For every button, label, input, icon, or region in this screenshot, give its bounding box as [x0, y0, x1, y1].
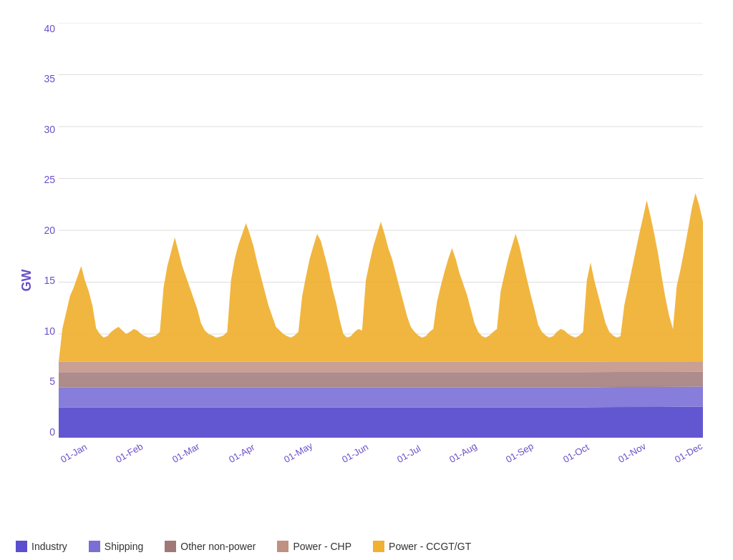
- y-labels: 0 5 10 15 20 25 30 35 40: [26, 23, 55, 438]
- y-label-15: 15: [26, 275, 55, 286]
- legend-label-power-ccgt: Power - CCGT/GT: [389, 541, 471, 552]
- legend: Industry Shipping Other non-power Power …: [16, 534, 717, 552]
- x-label-apr: 01-Apr: [227, 441, 256, 465]
- chart-svg: [59, 23, 703, 438]
- x-label-mar: 01-Mar: [170, 441, 201, 465]
- x-labels: 01-Jan 01-Feb 01-Mar 01-Apr 01-May 01-Ju…: [59, 456, 703, 466]
- legend-industry: Industry: [16, 541, 67, 552]
- legend-other-non-power: Other non-power: [165, 541, 256, 552]
- legend-power-chp: Power - CHP: [277, 541, 351, 552]
- y-label-5: 5: [26, 375, 55, 387]
- legend-label-shipping: Shipping: [105, 541, 144, 552]
- y-label-35: 35: [26, 73, 55, 84]
- x-label-jan: 01-Jan: [59, 441, 89, 465]
- legend-swatch-other-non-power: [165, 541, 176, 552]
- shipping-area: [59, 386, 703, 407]
- x-label-may: 01-May: [282, 440, 314, 465]
- x-label-oct: 01-Oct: [561, 441, 591, 464]
- x-label-aug: 01-Aug: [447, 441, 479, 465]
- legend-label-power-chp: Power - CHP: [293, 541, 351, 552]
- legend-swatch-power-ccgt: [373, 541, 384, 552]
- power-chp-area: [59, 361, 703, 372]
- legend-label-other-non-power: Other non-power: [180, 541, 256, 552]
- power-ccgt-area: [59, 193, 703, 362]
- x-label-feb: 01-Feb: [114, 441, 145, 465]
- legend-label-industry: Industry: [31, 541, 67, 552]
- chart-container: GW 0 5 10 15 20 25 30 35 40: [16, 9, 717, 552]
- y-label-30: 30: [26, 124, 55, 135]
- legend-swatch-shipping: [89, 541, 100, 552]
- legend-power-ccgt: Power - CCGT/GT: [373, 541, 471, 552]
- x-label-nov: 01-Nov: [616, 441, 648, 465]
- x-label-dec: 01-Dec: [673, 441, 704, 465]
- x-label-jun: 01-Jun: [340, 441, 370, 465]
- y-label-10: 10: [26, 325, 55, 337]
- y-label-0: 0: [26, 426, 55, 438]
- y-label-40: 40: [26, 23, 55, 34]
- other-non-power-area: [59, 371, 703, 387]
- y-label-25: 25: [26, 174, 55, 185]
- chart-area: 0 5 10 15 20 25 30 35 40: [59, 23, 703, 438]
- x-label-jul: 01-Jul: [395, 443, 422, 465]
- x-label-sep: 01-Sep: [504, 441, 535, 465]
- legend-shipping: Shipping: [89, 541, 144, 552]
- legend-swatch-industry: [16, 541, 27, 552]
- legend-swatch-power-chp: [277, 541, 288, 552]
- y-label-20: 20: [26, 225, 55, 236]
- industry-area: [59, 406, 703, 438]
